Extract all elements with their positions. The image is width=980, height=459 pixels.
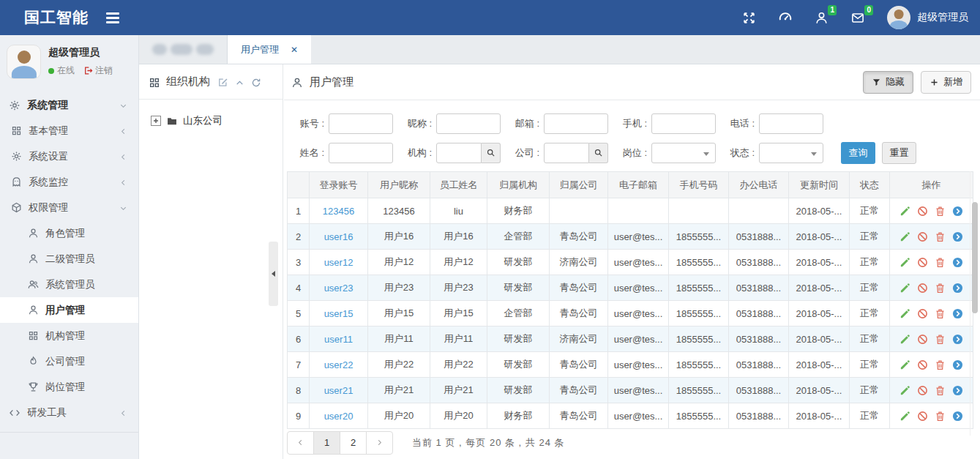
mobile-input[interactable] <box>651 113 716 134</box>
edit-icon[interactable] <box>899 359 910 370</box>
sidebar-item-system-admin[interactable]: 系统管理员 <box>0 272 138 297</box>
name-input[interactable] <box>329 143 393 163</box>
logout-link[interactable]: 注销 <box>83 64 113 77</box>
pagination-summary: 当前 1 页 , 每页 20 条 , 共 24 条 <box>412 436 565 449</box>
sidebar-item-role-mgmt[interactable]: 角色管理 <box>0 220 138 246</box>
detail-icon[interactable] <box>952 359 963 370</box>
disable-icon[interactable] <box>917 359 928 370</box>
tab-user-mgmt[interactable]: 用户管理 ✕ <box>228 35 311 64</box>
edit-icon[interactable] <box>899 334 910 345</box>
sidebar-item-company-mgmt[interactable]: 公司管理 <box>0 348 138 374</box>
edit-icon[interactable] <box>217 75 228 89</box>
delete-icon[interactable] <box>935 308 946 319</box>
delete-icon[interactable] <box>935 385 946 396</box>
detail-icon[interactable] <box>952 206 963 217</box>
disable-icon[interactable] <box>917 257 928 268</box>
edit-icon[interactable] <box>899 385 910 396</box>
messages-icon[interactable]: 0 <box>850 11 865 25</box>
status-select[interactable] <box>759 143 823 163</box>
topbar-user-menu[interactable]: 超级管理员 <box>887 6 968 29</box>
tab-redacted[interactable] <box>139 35 228 64</box>
account-link[interactable]: user20 <box>324 411 354 422</box>
col-updated: 更新时间 <box>789 172 850 198</box>
detail-icon[interactable] <box>952 257 963 268</box>
account-link[interactable]: user15 <box>324 308 354 319</box>
fullscreen-icon[interactable] <box>742 11 756 25</box>
edit-icon[interactable] <box>899 283 910 294</box>
account-link[interactable]: user22 <box>324 359 354 370</box>
email-input[interactable] <box>544 113 608 134</box>
delete-icon[interactable] <box>935 283 946 294</box>
sidebar-item-user-mgmt[interactable]: 用户管理 <box>0 297 138 323</box>
telephone-input[interactable] <box>759 113 823 134</box>
account-link[interactable]: user21 <box>324 385 354 396</box>
query-button[interactable]: 查询 <box>841 142 875 164</box>
page-button-1[interactable]: 1 <box>313 431 340 455</box>
expand-node-icon[interactable] <box>151 116 161 126</box>
refresh-icon[interactable] <box>251 75 261 88</box>
delete-icon[interactable] <box>935 411 946 422</box>
col-employee-name: 员工姓名 <box>430 172 487 198</box>
sidebar-item-system-settings[interactable]: 系统设置 <box>0 143 138 169</box>
disable-icon[interactable] <box>917 385 928 396</box>
account-input[interactable] <box>329 113 393 134</box>
company-input[interactable] <box>544 143 589 163</box>
hide-filters-button[interactable]: 隐藏 <box>863 71 913 94</box>
menu-toggle-icon[interactable] <box>106 12 119 23</box>
add-button[interactable]: 新增 <box>921 71 971 94</box>
detail-icon[interactable] <box>952 283 963 294</box>
edit-icon[interactable] <box>899 257 910 268</box>
tree-node-shandong[interactable]: 山东公司 <box>139 100 283 142</box>
delete-icon[interactable] <box>935 334 946 345</box>
prev-page-button[interactable] <box>287 431 314 455</box>
page-button-2[interactable]: 2 <box>340 431 367 455</box>
chevron-left-icon <box>296 439 304 447</box>
detail-icon[interactable] <box>952 411 963 422</box>
panel-collapse-handle[interactable] <box>269 242 278 306</box>
disable-icon[interactable] <box>917 308 928 319</box>
disable-icon[interactable] <box>917 334 928 345</box>
disable-icon[interactable] <box>917 206 928 217</box>
collapse-up-icon[interactable] <box>235 75 244 88</box>
company-search-button[interactable] <box>589 143 608 163</box>
sidebar-item-org-mgmt[interactable]: 机构管理 <box>0 323 138 348</box>
sidebar-item-system-monitor[interactable]: 系统监控 <box>0 169 138 195</box>
account-link[interactable]: user11 <box>324 334 353 345</box>
account-link[interactable]: user12 <box>324 257 354 268</box>
sidebar-item-basic-mgmt[interactable]: 基本管理 <box>0 118 138 143</box>
account-link[interactable]: user23 <box>324 283 354 294</box>
reset-button[interactable]: 重置 <box>882 142 916 164</box>
delete-icon[interactable] <box>935 257 946 268</box>
sidebar-item-system-mgmt[interactable]: 系统管理 <box>0 92 138 118</box>
delete-icon[interactable] <box>935 206 946 217</box>
sidebar-item-permission-mgmt[interactable]: 权限管理 <box>0 195 138 220</box>
next-page-button[interactable] <box>366 431 393 455</box>
edit-icon[interactable] <box>899 411 910 422</box>
edit-icon[interactable] <box>899 308 910 319</box>
delete-icon[interactable] <box>935 231 946 242</box>
disable-icon[interactable] <box>917 411 928 422</box>
edit-icon[interactable] <box>899 206 910 217</box>
account-link[interactable]: 123456 <box>323 206 354 217</box>
sidebar-item-post-mgmt[interactable]: 岗位管理 <box>0 374 138 400</box>
detail-icon[interactable] <box>952 308 963 319</box>
org-search-button[interactable] <box>482 143 501 163</box>
close-icon[interactable]: ✕ <box>291 45 298 55</box>
account-link[interactable]: user16 <box>324 231 354 242</box>
online-users-icon[interactable]: 1 <box>815 11 828 25</box>
sidebar-item-secondary-admin[interactable]: 二级管理员 <box>0 246 138 272</box>
delete-icon[interactable] <box>935 359 946 370</box>
detail-icon[interactable] <box>952 334 963 345</box>
detail-icon[interactable] <box>952 231 963 242</box>
nickname-input[interactable] <box>436 113 501 134</box>
disable-icon[interactable] <box>917 231 928 242</box>
edit-icon[interactable] <box>899 231 910 242</box>
post-select[interactable] <box>651 143 716 163</box>
disable-icon[interactable] <box>917 283 928 294</box>
dashboard-icon[interactable] <box>778 10 793 25</box>
org-input[interactable] <box>436 143 482 163</box>
detail-icon[interactable] <box>952 385 963 396</box>
sidebar-item-dev-tools[interactable]: 研发工具 <box>0 400 138 425</box>
table-row: 6 user11 用户11 用户11 研发部 济南公司 user@tes... … <box>288 326 973 352</box>
scrollbar-thumb[interactable] <box>972 202 978 313</box>
